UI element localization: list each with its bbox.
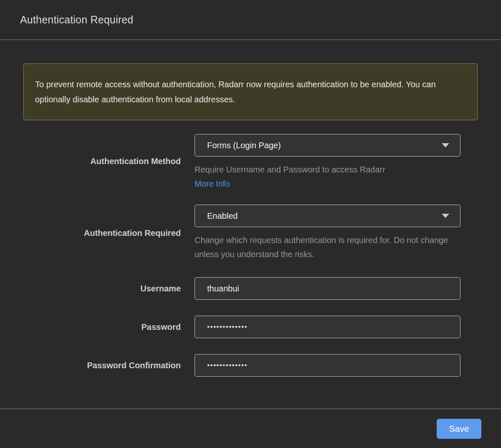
warning-alert-text: To prevent remote access without authent… — [35, 80, 436, 104]
password-confirmation-label: Password Confirmation — [0, 354, 195, 377]
modal-header: Authentication Required — [0, 0, 501, 40]
authentication-required-help: Change which requests authentication is … — [195, 233, 461, 261]
chevron-down-icon — [442, 143, 449, 147]
authentication-required-modal: Authentication Required To prevent remot… — [0, 0, 501, 448]
page-title: Authentication Required — [20, 14, 133, 26]
authentication-method-value: Forms (Login Page) — [207, 141, 281, 150]
modal-body: To prevent remote access without authent… — [0, 40, 501, 408]
form-row-password-confirmation: Password Confirmation — [0, 354, 501, 377]
chevron-down-icon — [442, 214, 449, 218]
password-field[interactable] — [195, 316, 461, 338]
authentication-required-select[interactable]: Enabled — [195, 205, 461, 227]
username-field[interactable] — [195, 277, 461, 300]
authentication-method-label: Authentication Method — [0, 134, 195, 189]
modal-footer: Save — [0, 408, 501, 448]
form-row-authentication-method: Authentication Method Forms (Login Page)… — [0, 134, 501, 189]
authentication-required-value: Enabled — [207, 211, 238, 221]
password-confirmation-field[interactable] — [195, 354, 461, 377]
authentication-required-label: Authentication Required — [0, 205, 195, 261]
username-label: Username — [0, 277, 195, 300]
more-info-link[interactable]: More Info — [195, 179, 230, 189]
form-row-password: Password — [0, 316, 501, 338]
password-label: Password — [0, 316, 195, 338]
form-row-authentication-required: Authentication Required Enabled Change w… — [0, 205, 501, 261]
warning-alert: To prevent remote access without authent… — [23, 63, 478, 120]
authentication-method-select[interactable]: Forms (Login Page) — [195, 134, 461, 157]
form-row-username: Username — [0, 277, 501, 300]
save-button[interactable]: Save — [437, 419, 481, 439]
authentication-method-help: Require Username and Password to access … — [195, 162, 461, 177]
